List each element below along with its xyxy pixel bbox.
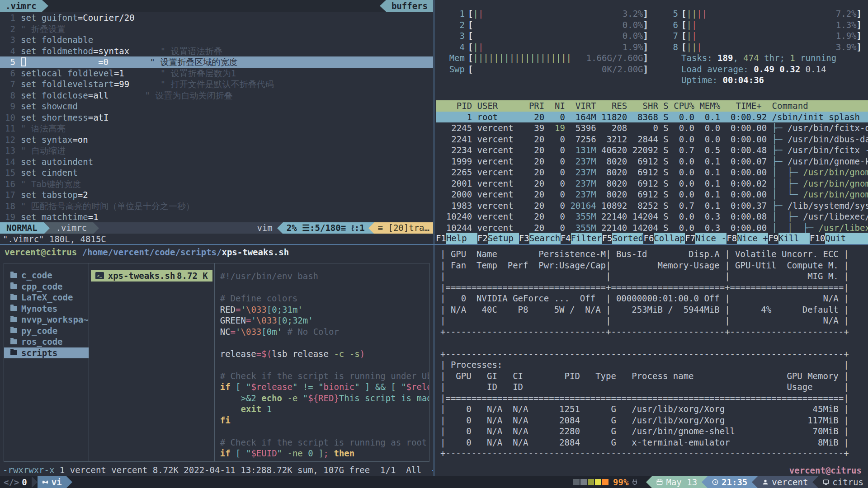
vim-line: 15set cindent bbox=[0, 167, 433, 178]
htop-process-row[interactable]: 1983 vercent 20 0 20164 10892 8252 S 0.7… bbox=[436, 200, 868, 211]
vim-cursor bbox=[21, 57, 26, 66]
vim-tab-current[interactable]: .vimrc bbox=[0, 0, 42, 12]
htop-pane[interactable]: 1[||3.2%] 2[0.0%] 3[0.0%] 4[||1.9%]Mem[|… bbox=[436, 0, 868, 244]
directory-item-cpp-code[interactable]: cpp_code bbox=[4, 281, 89, 292]
fkey-f5-button[interactable]: F5Sorted bbox=[602, 233, 644, 244]
battery-percentage: 99% bbox=[613, 477, 628, 488]
ranger-file-entry[interactable]: >_ xps-tweaks.sh 8.72 K bbox=[91, 270, 212, 282]
vim-editor-area[interactable]: 1set guifont=Courier/20 2" 折叠设置 3set fol… bbox=[0, 12, 433, 223]
fkey-f2-button[interactable]: F2Setup bbox=[477, 233, 519, 244]
vim-line: 5 =0 " 设置折叠区域的宽度 bbox=[0, 56, 433, 68]
powerline-left-icon bbox=[380, 0, 386, 12]
vim-pane[interactable]: .vimrc buffers 1set guifont=Courier/20 2… bbox=[0, 0, 433, 244]
fkey-f3-button[interactable]: F3Search bbox=[519, 233, 561, 244]
htop-process-row[interactable]: 2245 vercent 39 19 5396 208 0 S 0.0 0.0 … bbox=[436, 122, 868, 134]
folder-icon bbox=[10, 339, 17, 344]
vim-line: 3set foldenable bbox=[0, 34, 433, 46]
ranger-status-line: -rwxrwxr-x 1 vercent vercent 8.72K 2022-… bbox=[3, 465, 430, 476]
htop-table-header[interactable]: PID USER PRI NI VIRT RES SHR S CPU% MEM%… bbox=[436, 100, 868, 112]
htop-process-table[interactable]: PID USER PRI NI VIRT RES SHR S CPU% MEM%… bbox=[436, 100, 868, 233]
folder-icon bbox=[10, 317, 17, 322]
tmux-host: citrus bbox=[832, 477, 863, 488]
htop-process-row[interactable]: 2000 vercent 20 0 237M 8020 6912 S 0.0 0… bbox=[436, 189, 868, 200]
htop-meter: Swp[0K/2.00G] bbox=[448, 64, 648, 75]
ranger-current-file: xps-tweaks.sh bbox=[222, 247, 289, 257]
directory-item-mynotes[interactable]: Mynotes bbox=[4, 303, 89, 314]
tmux-status-bar: </> 0 vi 99% May 13 21:35 bbox=[0, 476, 868, 488]
nvidia-output-line: | 0 NVIDIA GeForce ... Off | 00000000:01… bbox=[440, 293, 868, 304]
ranger-browser: c_codecpp_codeLaTeX_codeMynotesnvvp_work… bbox=[4, 263, 429, 462]
tmux-session: .vimrc buffers 1set guifont=Courier/20 2… bbox=[0, 0, 868, 488]
ranger-preview: #!/usr/bin/env bash# Define colorsRED='\… bbox=[214, 263, 429, 461]
code-preview-line: >&2 echo -e "${RED}This script is made bbox=[220, 393, 429, 404]
pane-divider-vertical[interactable] bbox=[434, 0, 434, 476]
nvidia-smi-pane[interactable]: | GPU Name Persistence-M| Bus-Id Disp.A … bbox=[436, 245, 868, 476]
vim-mode-indicator: NORMAL bbox=[0, 222, 44, 234]
ranger-file-name: xps-tweaks.sh bbox=[108, 270, 175, 282]
powerline-right-icon bbox=[32, 476, 38, 488]
htop-meter: 5[||||7.2%] bbox=[661, 8, 862, 19]
htop-process-row[interactable]: 2234 vercent 20 0 131M 40620 22092 S 0.7… bbox=[436, 145, 868, 156]
folder-icon bbox=[10, 284, 17, 289]
tmux-time: 21:35 bbox=[722, 477, 747, 488]
folder-icon bbox=[10, 295, 17, 300]
nvidia-output-line: +-------------------------------+-------… bbox=[440, 326, 868, 338]
battery-block bbox=[595, 479, 601, 485]
ranger-file-size: 8.72 K bbox=[177, 270, 208, 282]
battery-block bbox=[580, 479, 587, 485]
fkey-f8-button[interactable]: F8Nice + bbox=[726, 233, 768, 244]
user-icon bbox=[762, 479, 769, 485]
htop-meter: Mem[|||||||||||||||||||1.66G/7.60G] bbox=[448, 52, 648, 64]
directory-item-py-code[interactable]: py_code bbox=[4, 325, 89, 337]
code-preview-line: #!/usr/bin/env bash bbox=[220, 271, 429, 282]
tmux-host-segment[interactable]: citrus bbox=[818, 476, 868, 488]
htop-process-row[interactable]: 2241 vercent 20 0 7256 3212 2844 S 0.0 0… bbox=[436, 134, 868, 145]
tmux-time-segment[interactable]: 21:35 bbox=[708, 476, 752, 488]
directory-item-nvvp-workspa-[interactable]: nvvp_workspa~ bbox=[4, 314, 89, 325]
battery-block bbox=[573, 479, 580, 485]
htop-function-key-bar: F1Help F2Setup F3SearchF4FilterF5SortedF… bbox=[436, 233, 868, 244]
folder-icon bbox=[10, 328, 17, 333]
vim-line: 10set shortmess=atI bbox=[0, 112, 433, 123]
powerline-left-icon bbox=[702, 476, 708, 488]
ranger-file-list: >_ xps-tweaks.sh 8.72 K bbox=[89, 263, 214, 461]
directory-item-scripts[interactable]: scripts bbox=[4, 347, 89, 359]
pane-divider-horizontal[interactable] bbox=[0, 244, 868, 245]
directory-item-c-code[interactable]: c_code bbox=[4, 270, 89, 281]
tmux-user-segment[interactable]: vercent bbox=[758, 476, 812, 488]
tmux-window-index[interactable]: 0 bbox=[22, 477, 31, 488]
fkey-f4-button[interactable]: F4Filter bbox=[561, 233, 602, 244]
htop-process-row[interactable]: 10244 vercent 20 0 355M 22140 14204 S 0.… bbox=[436, 222, 868, 234]
fkey-f10-button[interactable]: F10Quit bbox=[810, 233, 868, 244]
nvidia-output-line: | Processes: | bbox=[440, 359, 868, 371]
vim-line: 12set syntax=on bbox=[0, 134, 433, 145]
htop-process-row[interactable]: 2001 vercent 20 0 237M 8020 6912 S 0.0 0… bbox=[436, 178, 868, 189]
power-plug-icon bbox=[631, 479, 638, 486]
fkey-f6-button[interactable]: F6Collap bbox=[643, 233, 685, 244]
directory-item-latex-code[interactable]: LaTeX_code bbox=[4, 292, 89, 303]
htop-process-row[interactable]: 1999 vercent 20 0 237M 8020 6912 S 0.0 0… bbox=[436, 156, 868, 167]
fkey-f9-button[interactable]: F9Kill bbox=[768, 233, 810, 244]
tmux-window-vi[interactable]: vi bbox=[38, 476, 66, 488]
code-preview-line: exit 1 bbox=[220, 404, 429, 415]
fkey-f1-button[interactable]: F1Help bbox=[436, 233, 477, 244]
nvidia-output-line: | | | N/A | bbox=[440, 315, 868, 326]
htop-process-row-selected[interactable]: 1 root 20 0 164M 11820 8368 S 0.0 0.1 0:… bbox=[436, 112, 868, 123]
fkey-f7-button[interactable]: F7Nice - bbox=[685, 233, 726, 244]
shell-script-icon: >_ bbox=[95, 272, 104, 279]
directory-item-ros-code[interactable]: ros_code bbox=[4, 336, 89, 347]
vim-line: 4set foldmethod=syntax " 设置语法折叠 bbox=[0, 46, 433, 57]
vim-statusline-filename: .vimrc bbox=[50, 222, 94, 234]
code-preview-line: NC='\033[0m' # No Color bbox=[220, 326, 429, 338]
vim-line: 11" 语法高亮 bbox=[0, 123, 433, 134]
ranger-pane[interactable]: vercent@citrus /home/vercent/code/script… bbox=[0, 245, 433, 476]
vim-buffers-label[interactable]: buffers bbox=[386, 0, 433, 12]
vim-whitespace-warning: ≡ [20]tra… bbox=[374, 222, 433, 234]
tmux-date-segment[interactable]: May 13 bbox=[652, 476, 702, 488]
vim-line: 18" 匹配括号高亮的时间（单位是十分之一秒） bbox=[0, 201, 433, 212]
htop-process-row[interactable]: 10240 vercent 20 0 355M 22140 14204 S 0.… bbox=[436, 211, 868, 222]
nvidia-output-line: |===============================+=======… bbox=[440, 282, 868, 293]
htop-meter: 1[||3.2%] bbox=[448, 8, 648, 19]
htop-process-row[interactable]: 2265 vercent 20 0 237M 8020 6912 S 0.0 0… bbox=[436, 167, 868, 178]
htop-meters: 1[||3.2%] 2[0.0%] 3[0.0%] 4[||1.9%]Mem[|… bbox=[448, 8, 862, 86]
